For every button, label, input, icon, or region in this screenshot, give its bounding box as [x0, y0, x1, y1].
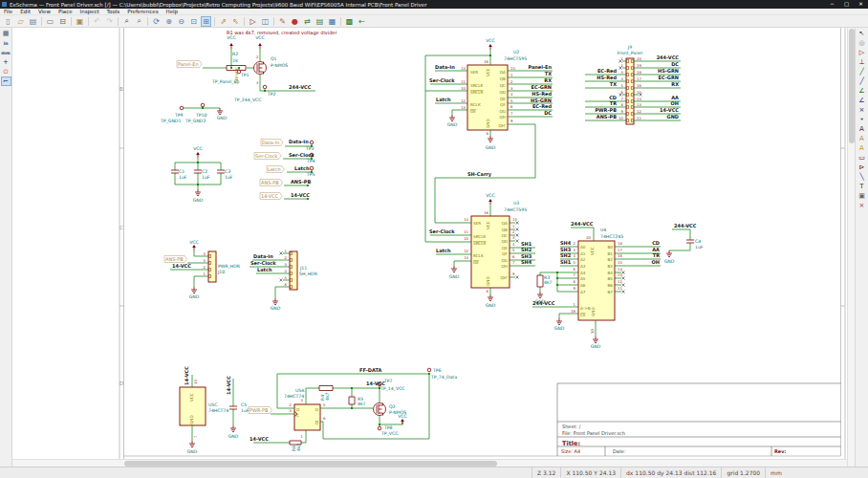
schematic-text: 17 — [637, 76, 641, 81]
place-bus-button[interactable]: ╱ — [857, 76, 867, 86]
place-global-label-button[interactable]: A — [857, 134, 867, 143]
menu-inspect[interactable]: Inspect — [76, 9, 103, 15]
annotate-button[interactable]: ✎ — [277, 16, 288, 27]
no-connect-mark — [280, 279, 283, 282]
menu-help[interactable]: Help — [163, 9, 183, 15]
navigate-hierarchy-button[interactable]: ⇗ — [218, 16, 228, 27]
close-button[interactable]: ✕ — [854, 0, 868, 9]
schematic-text: GND — [228, 434, 239, 439]
schematic-text: Latch — [268, 166, 281, 172]
schematic-text: GND — [591, 344, 601, 349]
schematic-text: 14-VCC — [184, 366, 189, 385]
open-pcbnew-button[interactable]: ▩ — [344, 16, 355, 27]
erc-button[interactable]: ● — [290, 16, 300, 27]
schematic-text: OE — [470, 109, 476, 114]
schematic-text: 4 — [621, 76, 624, 81]
component-j11-sh-hdr[interactable] — [290, 251, 297, 290]
zoom-out-button[interactable]: ⊖ — [176, 16, 186, 27]
zoom-fit-button[interactable]: ⊡ — [188, 16, 199, 27]
menu-place[interactable]: Place — [54, 9, 76, 15]
page-settings-button[interactable]: ▭ — [45, 16, 55, 27]
menu-file[interactable]: File — [0, 9, 16, 15]
menu-preferences[interactable]: Preferences — [123, 9, 162, 15]
vcc-power-symbol — [229, 43, 233, 46]
place-hierarchical-label-button[interactable]: A — [857, 143, 867, 153]
undo-button[interactable]: ↶ — [92, 16, 102, 27]
import-sheet-pin-button[interactable]: ⊳ — [857, 163, 867, 172]
place-text-button[interactable]: T — [857, 182, 867, 191]
place-no-connect-button[interactable]: × — [857, 105, 867, 115]
connector-pin — [208, 275, 210, 277]
schematic-text: TP3 — [305, 146, 315, 151]
schematic-text: 2 — [204, 265, 206, 270]
place-junction-button[interactable]: • — [857, 115, 867, 124]
place-graphic-line-button[interactable]: ╲ — [857, 172, 867, 182]
schematic-text: Data-In — [253, 253, 273, 259]
leave-sheet-button[interactable]: ⇖ — [230, 16, 241, 27]
generate-bom-button[interactable]: ▤ — [315, 16, 325, 27]
maximize-button[interactable]: ▢ — [839, 0, 854, 9]
schematic-canvas[interactable]: R1 was 4k7, removed, created voltage div… — [12, 28, 847, 459]
schematic-text: VCC — [189, 393, 194, 402]
redo-button[interactable]: ↷ — [104, 16, 115, 27]
schematic-text: OE — [473, 260, 479, 265]
schematic-text: 4k7 — [296, 443, 301, 451]
place-symbol-button[interactable]: ▷ — [857, 48, 867, 57]
no-connect-mark — [280, 252, 283, 255]
units-mm-button[interactable]: mm — [1, 48, 11, 57]
schematic-text: Data-In — [262, 140, 279, 145]
find-replace-button[interactable]: ⌕ — [134, 16, 144, 27]
find-button[interactable]: ⌕ — [121, 16, 132, 27]
assign-footprints-button[interactable]: ⇄ — [302, 16, 313, 27]
schematic-text: GND — [449, 274, 460, 279]
back-import-button[interactable]: ← — [357, 16, 367, 27]
place-wire-button[interactable]: ╱ — [857, 67, 867, 76]
selection-tool-button[interactable]: ↖ — [857, 29, 867, 38]
vertical-scrollbar[interactable] — [847, 28, 855, 467]
delete-tool-button[interactable]: × — [857, 201, 867, 210]
place-hierarchical-sheet-button[interactable]: ▭ — [857, 153, 867, 163]
units-inches-button[interactable]: in — [1, 38, 11, 48]
horizontal-scrollbar[interactable] — [12, 459, 847, 467]
cursor-shape-button[interactable]: + — [1, 57, 11, 67]
zoom-to-selection-button[interactable]: ⊞ — [201, 16, 211, 27]
minimize-button[interactable]: ─ — [825, 0, 839, 9]
schematic-text: 20 — [637, 56, 641, 61]
grid-visibility-button[interactable]: ▦ — [1, 29, 11, 38]
schematic-text: GND — [189, 294, 200, 299]
print-button[interactable]: ⊟ — [57, 16, 68, 27]
schematic-text: R1 was 4k7, removed, created voltage div… — [227, 30, 337, 36]
schematic-text: 7 — [512, 260, 515, 265]
place-net-label-button[interactable]: A — [857, 124, 867, 134]
menu-edit[interactable]: Edit — [16, 9, 34, 15]
zoom-in-button[interactable]: ⊕ — [163, 16, 174, 27]
place-power-port-button[interactable]: ⊥ — [857, 57, 867, 67]
junction-dot — [556, 284, 558, 286]
bus-to-bus-entry-button[interactable]: ∠ — [857, 96, 867, 105]
schematic-text: 74HCT245 — [600, 234, 623, 239]
menu-tools[interactable]: Tools — [103, 9, 124, 15]
menu-view[interactable]: View — [34, 9, 54, 15]
new-schematic-button[interactable]: ▯ — [3, 16, 13, 27]
wire-to-bus-entry-button[interactable]: ∠ — [857, 86, 867, 96]
place-image-button[interactable]: ▣ — [857, 191, 867, 201]
hidden-pins-button[interactable]: ⊙ — [1, 67, 11, 76]
symbol-library-browser-button[interactable]: ◫ — [260, 16, 271, 27]
paste-button[interactable]: ▣ — [75, 16, 85, 27]
highlight-net-button[interactable]: ◎ — [857, 38, 867, 48]
symbol-editor-button[interactable]: ▷ — [248, 16, 258, 27]
refresh-view-button[interactable]: ⟳ — [151, 16, 162, 27]
schematic-text: C4 — [695, 239, 701, 244]
edit-symbol-fields-button[interactable]: ▦ — [327, 16, 337, 27]
schematic-text: Q2 — [389, 404, 396, 409]
open-schematic-button[interactable]: ▱ — [15, 16, 26, 27]
schematic-text: 5 — [285, 275, 288, 280]
schematic-text: 13 — [637, 102, 641, 107]
schematic-text: SER — [470, 70, 478, 75]
schematic-text: B1 — [607, 251, 613, 256]
schematic-text: TP_14_VCC — [380, 386, 405, 392]
no-connect-mark — [622, 277, 625, 280]
hv-wire-mode-button[interactable]: ⌐ — [1, 76, 11, 86]
schematic-text: 15 — [618, 260, 622, 265]
save-button[interactable]: ▤ — [28, 16, 38, 27]
